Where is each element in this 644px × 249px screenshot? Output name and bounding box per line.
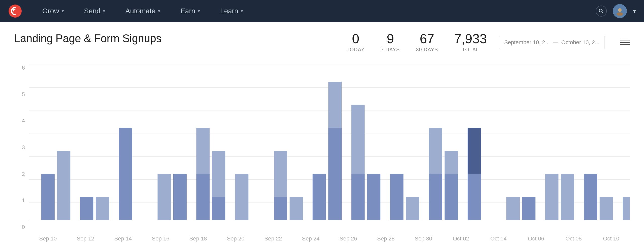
page-title: Landing Page & Form Signups bbox=[14, 32, 162, 45]
bar-sep12-2 bbox=[96, 197, 109, 220]
chart-area bbox=[29, 65, 630, 230]
y-label-5: 5 bbox=[14, 91, 28, 98]
bar-sep18b-dark bbox=[212, 197, 225, 220]
bar-sep20-1 bbox=[235, 174, 248, 220]
bar-oct08b-1 bbox=[600, 197, 613, 220]
y-label-0: 0 bbox=[14, 224, 28, 230]
bar-sep22-light bbox=[274, 151, 287, 197]
bar-oct08-1 bbox=[584, 174, 597, 220]
stat-7days-label: 7 DAYS bbox=[381, 47, 400, 53]
bar-sep24-1 bbox=[313, 174, 326, 220]
nav-send[interactable]: Send ▾ bbox=[74, 0, 115, 22]
bar-sep25-light bbox=[328, 82, 342, 128]
x-label-sep28: Sep 28 bbox=[367, 235, 405, 242]
x-label-sep18: Sep 18 bbox=[179, 235, 217, 242]
bar-sep18b-light bbox=[212, 151, 225, 197]
date-separator: — bbox=[553, 39, 558, 46]
bar-oct06-2 bbox=[561, 174, 574, 220]
stat-today-value: 0 bbox=[347, 32, 365, 45]
bar-oct04-2 bbox=[522, 197, 536, 220]
y-label-3: 3 bbox=[14, 144, 28, 151]
bar-oct01-dark bbox=[445, 174, 458, 220]
bar-oct01-light bbox=[445, 151, 458, 174]
x-label-sep10: Sep 10 bbox=[29, 235, 67, 242]
menu-line-3 bbox=[620, 44, 630, 45]
earn-chevron-icon: ▾ bbox=[198, 8, 200, 14]
x-label-sep26: Sep 26 bbox=[330, 235, 367, 242]
learn-chevron-icon: ▾ bbox=[241, 8, 243, 14]
y-label-6: 6 bbox=[14, 65, 28, 71]
stat-30days-label: 30 DAYS bbox=[416, 47, 438, 53]
x-label-oct06: Oct 06 bbox=[517, 235, 555, 242]
bars-svg bbox=[29, 65, 630, 230]
stat-today-label: TODAY bbox=[347, 47, 365, 53]
bar-sep16-2 bbox=[173, 174, 187, 220]
y-label-2: 2 bbox=[14, 171, 28, 177]
bar-sep30-light bbox=[429, 128, 442, 174]
x-label-oct10: Oct 10 bbox=[592, 235, 630, 242]
stat-total-value: 7,933 bbox=[454, 32, 487, 45]
bar-sep30-dark bbox=[429, 174, 442, 220]
stats-row: 0 TODAY 9 7 DAYS 67 30 DAYS 7,933 TOTAL bbox=[347, 32, 487, 53]
account-expand-icon[interactable]: ▾ bbox=[633, 8, 636, 15]
stat-today: 0 TODAY bbox=[347, 32, 365, 53]
bar-oct02-dark2 bbox=[468, 128, 481, 174]
svg-point-1 bbox=[599, 9, 602, 12]
bar-sep10-2 bbox=[57, 151, 70, 220]
bar-sep26-dark bbox=[351, 174, 365, 220]
stat-7days: 9 7 DAYS bbox=[381, 32, 400, 53]
bar-sep25-dark bbox=[328, 128, 342, 220]
send-chevron-icon: ▾ bbox=[103, 8, 105, 14]
date-to: October 10, 2... bbox=[561, 39, 599, 46]
date-range-filter[interactable]: September 10, 2... — October 10, 2... bbox=[499, 36, 605, 49]
x-label-sep12: Sep 12 bbox=[67, 235, 104, 242]
menu-line-1 bbox=[620, 40, 630, 40]
bar-sep18-light bbox=[196, 128, 210, 174]
x-label-oct04: Oct 04 bbox=[480, 235, 517, 242]
stat-total: 7,933 TOTAL bbox=[454, 32, 487, 53]
stat-30days-value: 67 bbox=[416, 32, 438, 45]
x-axis: Sep 10 Sep 12 Sep 14 Sep 16 Sep 18 Sep 2… bbox=[29, 232, 630, 245]
bar-sep10-1 bbox=[41, 174, 55, 220]
grow-chevron-icon: ▾ bbox=[62, 8, 64, 14]
logo[interactable] bbox=[8, 4, 22, 18]
bar-oct02-dark bbox=[468, 174, 481, 220]
x-label-sep16: Sep 16 bbox=[142, 235, 179, 242]
y-label-1: 1 bbox=[14, 197, 28, 204]
bar-sep12-1 bbox=[80, 197, 93, 220]
bar-sep28-1 bbox=[390, 174, 404, 220]
date-from: September 10, 2... bbox=[504, 39, 550, 46]
nav-grow[interactable]: Grow ▾ bbox=[32, 0, 74, 22]
bar-sep28b-1 bbox=[406, 197, 419, 220]
menu-line-2 bbox=[620, 42, 630, 43]
search-icon[interactable] bbox=[596, 6, 607, 17]
main-content: Landing Page & Form Signups 0 TODAY 9 7 … bbox=[0, 22, 644, 249]
bar-oct04-1 bbox=[506, 197, 520, 220]
header-row: Landing Page & Form Signups 0 TODAY 9 7 … bbox=[14, 32, 630, 53]
stat-30days: 67 30 DAYS bbox=[416, 32, 438, 53]
bar-sep18-dark bbox=[196, 174, 210, 220]
bar-sep22-dark bbox=[274, 197, 287, 220]
nav-automate[interactable]: Automate ▾ bbox=[115, 0, 170, 22]
bar-sep22b-1 bbox=[290, 197, 303, 220]
x-label-sep20: Sep 20 bbox=[217, 235, 254, 242]
stat-total-label: TOTAL bbox=[454, 47, 487, 53]
svg-point-3 bbox=[618, 8, 622, 12]
bar-oct10-1 bbox=[623, 197, 630, 220]
x-label-sep24: Sep 24 bbox=[292, 235, 330, 242]
svg-point-0 bbox=[9, 5, 22, 18]
x-label-sep30: Sep 30 bbox=[405, 235, 442, 242]
filter-menu-icon[interactable] bbox=[620, 37, 630, 47]
bar-sep16-1 bbox=[157, 174, 171, 220]
nav-earn[interactable]: Earn ▾ bbox=[170, 0, 210, 22]
avatar[interactable] bbox=[613, 4, 627, 18]
navbar: Grow ▾ Send ▾ Automate ▾ Earn ▾ Learn ▾ bbox=[0, 0, 644, 22]
stats-and-filter: 0 TODAY 9 7 DAYS 67 30 DAYS 7,933 TOTAL … bbox=[347, 32, 630, 53]
automate-chevron-icon: ▾ bbox=[158, 8, 160, 14]
bar-oct06-1 bbox=[545, 174, 558, 220]
nav-items: Grow ▾ Send ▾ Automate ▾ Earn ▾ Learn ▾ bbox=[32, 0, 596, 22]
y-label-4: 4 bbox=[14, 118, 28, 124]
bar-sep26-light bbox=[351, 105, 365, 174]
nav-learn[interactable]: Learn ▾ bbox=[210, 0, 253, 22]
bar-sep14-1 bbox=[119, 128, 132, 220]
